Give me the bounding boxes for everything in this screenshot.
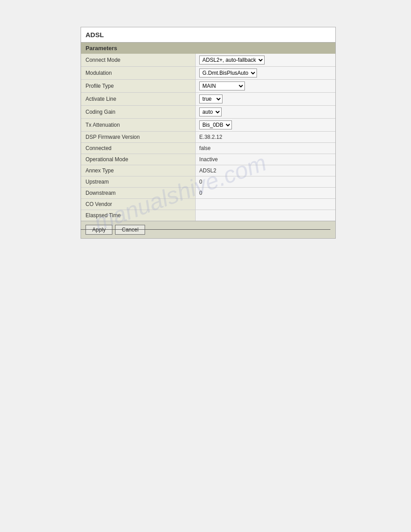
param-label: CO Vendor xyxy=(81,199,196,210)
param-select-2[interactable]: MAINSECONDARY xyxy=(199,82,245,90)
param-label: Operational Mode xyxy=(81,154,196,165)
table-row: ModulationG.Dmt.BisPlusAutoG.Dmt.BisPlus… xyxy=(81,67,335,80)
param-value: ADSL2 xyxy=(196,165,335,176)
param-select-1[interactable]: G.Dmt.BisPlusAutoG.Dmt.BisPlusG.Dmt.BisG… xyxy=(199,69,257,77)
table-row: CO Vendor xyxy=(81,199,335,210)
param-label: Tx Attenuation xyxy=(81,119,196,132)
param-value[interactable]: MAINSECONDARY xyxy=(196,80,335,93)
param-value[interactable]: auto0dB1dB2dB3dB4dB5dB6dB7dB xyxy=(196,106,335,119)
apply-button[interactable]: Apply xyxy=(86,225,112,235)
param-label: Connect Mode xyxy=(81,54,196,67)
table-row: Downstream0 xyxy=(81,188,335,199)
param-label: Profile Type xyxy=(81,80,196,93)
param-label: Modulation xyxy=(81,67,196,80)
panel-title: ADSL xyxy=(81,27,335,43)
param-value[interactable]: truefalse xyxy=(196,93,335,106)
param-label: Downstream xyxy=(81,188,196,199)
table-row: Profile TypeMAINSECONDARY xyxy=(81,80,335,93)
param-label: Activate Line xyxy=(81,93,196,106)
param-value: Inactive xyxy=(196,154,335,165)
param-value: E.38.2.12 xyxy=(196,132,335,143)
table-row: Coding Gainauto0dB1dB2dB3dB4dB5dB6dB7dB xyxy=(81,106,335,119)
table-row: Annex TypeADSL2 xyxy=(81,165,335,176)
param-value: false xyxy=(196,143,335,154)
bottom-line xyxy=(81,229,330,230)
param-table: Connect ModeADSL2+, auto-fallbackADSL2+A… xyxy=(81,54,335,221)
section-header: Parameters xyxy=(81,43,335,54)
param-value xyxy=(196,210,335,221)
table-row: Operational ModeInactive xyxy=(81,154,335,165)
param-select-3[interactable]: truefalse xyxy=(199,94,223,103)
param-label: Annex Type xyxy=(81,165,196,176)
param-label: Coding Gain xyxy=(81,106,196,119)
param-value[interactable]: ADSL2+, auto-fallbackADSL2+ADSL2ADSL xyxy=(196,54,335,67)
table-row: Upstream0 xyxy=(81,176,335,188)
table-row: Connectedfalse xyxy=(81,143,335,154)
param-value xyxy=(196,199,335,210)
param-select-5[interactable]: Bis_0DBBis_1DBBis_2DBBis_3DB xyxy=(199,120,232,129)
table-row: Elaspsed Time xyxy=(81,210,335,221)
table-row: Connect ModeADSL2+, auto-fallbackADSL2+A… xyxy=(81,54,335,67)
param-label: DSP Firmware Version xyxy=(81,132,196,143)
param-value: 0 xyxy=(196,176,335,188)
param-select-0[interactable]: ADSL2+, auto-fallbackADSL2+ADSL2ADSL xyxy=(199,56,265,64)
param-label: Upstream xyxy=(81,176,196,188)
adsl-panel: ADSL Parameters Connect ModeADSL2+, auto… xyxy=(81,27,336,239)
table-row: DSP Firmware VersionE.38.2.12 xyxy=(81,132,335,143)
table-row: Activate Linetruefalse xyxy=(81,93,335,106)
param-value[interactable]: Bis_0DBBis_1DBBis_2DBBis_3DB xyxy=(196,119,335,132)
param-label: Connected xyxy=(81,143,196,154)
cancel-button[interactable]: Cancel xyxy=(115,225,145,235)
param-value[interactable]: G.Dmt.BisPlusAutoG.Dmt.BisPlusG.Dmt.BisG… xyxy=(196,67,335,80)
param-value: 0 xyxy=(196,188,335,199)
param-label: Elaspsed Time xyxy=(81,210,196,221)
param-select-4[interactable]: auto0dB1dB2dB3dB4dB5dB6dB7dB xyxy=(199,107,222,116)
table-row: Tx AttenuationBis_0DBBis_1DBBis_2DBBis_3… xyxy=(81,119,335,132)
